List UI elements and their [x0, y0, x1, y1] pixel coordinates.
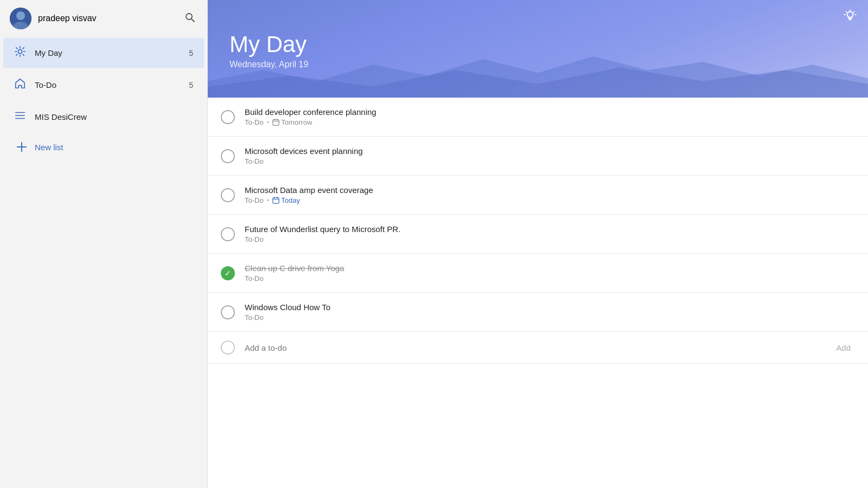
add-task-input[interactable] [245, 343, 832, 352]
sidebar-header: pradeep visvav [0, 0, 207, 37]
task-due-1: Tomorrow [272, 118, 312, 126]
sidebar-item-to-do-count: 5 [189, 81, 193, 89]
task-item[interactable]: Microsoft Data amp event coverage To-Do … [208, 176, 868, 215]
task-title-1: Build developer conference planning [245, 107, 855, 117]
task-item[interactable]: Build developer conference planning To-D… [208, 98, 868, 137]
task-checkbox-4[interactable] [221, 227, 235, 241]
sidebar: pradeep visvav My Day 5 [0, 0, 208, 488]
svg-point-19 [847, 11, 853, 17]
svg-line-10 [16, 48, 17, 49]
add-task-row: Add [208, 332, 868, 364]
task-meta-5: To-Do [245, 274, 855, 282]
task-content-1: Build developer conference planning To-D… [245, 107, 855, 126]
user-info: pradeep visvav [10, 8, 97, 29]
username-label: pradeep visvav [38, 14, 97, 23]
task-title-3: Microsoft Data amp event coverage [245, 185, 855, 195]
svg-line-13 [16, 54, 17, 55]
task-list-name-3: To-Do [245, 196, 264, 204]
search-button[interactable] [182, 10, 197, 28]
svg-point-5 [18, 49, 22, 53]
task-item[interactable]: ✓ Clean up C drive from Yoga To-Do [208, 254, 868, 293]
task-content-4: Future of Wunderlist query to Microsoft … [245, 224, 855, 243]
avatar[interactable] [10, 8, 31, 29]
calendar-icon [272, 197, 279, 204]
svg-line-21 [846, 11, 846, 12]
task-content-3: Microsoft Data amp event coverage To-Do … [245, 185, 855, 204]
suggestion-button[interactable] [843, 9, 857, 26]
svg-line-4 [192, 18, 195, 22]
task-content-6: Windows Cloud How To To-Do [245, 303, 855, 322]
sidebar-item-my-day-label: My Day [35, 48, 189, 57]
task-checkbox-1[interactable] [221, 110, 235, 124]
task-list-name-5: To-Do [245, 274, 264, 282]
task-meta-6: To-Do [245, 313, 855, 322]
sidebar-item-my-day[interactable]: My Day 5 [3, 38, 204, 68]
task-list: Build developer conference planning To-D… [208, 98, 868, 488]
lightbulb-icon [843, 12, 857, 25]
task-item[interactable]: Windows Cloud How To To-Do [208, 293, 868, 332]
page-subtitle: Wednesday, April 19 [229, 60, 846, 69]
task-item[interactable]: Microsoft devices event planning To-Do [208, 137, 868, 176]
task-meta-1: To-Do • Tomorrow [245, 118, 855, 126]
sidebar-item-mis-desicrew-label: MIS DesiCrew [35, 112, 193, 121]
task-title-4: Future of Wunderlist query to Microsoft … [245, 224, 855, 234]
task-due-3: Today [272, 196, 300, 204]
sidebar-item-my-day-count: 5 [189, 49, 193, 57]
add-task-checkbox [221, 341, 235, 355]
page-title: My Day [229, 31, 846, 57]
home-icon [14, 78, 29, 92]
add-task-button[interactable]: Add [832, 341, 855, 355]
sidebar-item-mis-desicrew[interactable]: MIS DesiCrew [3, 102, 204, 132]
task-title-2: Microsoft devices event planning [245, 146, 855, 156]
task-meta-4: To-Do [245, 235, 855, 243]
plus-icon [14, 142, 29, 152]
task-list-name-1: To-Do [245, 118, 264, 126]
task-content-2: Microsoft devices event planning To-Do [245, 146, 855, 165]
svg-rect-25 [273, 120, 279, 126]
list-icon [14, 110, 29, 124]
task-content-5: Clean up C drive from Yoga To-Do [245, 264, 855, 282]
task-checkbox-6[interactable] [221, 305, 235, 319]
task-list-name-6: To-Do [245, 313, 264, 322]
svg-line-23 [854, 11, 854, 12]
svg-point-1 [16, 11, 25, 20]
main-header: My Day Wednesday, April 19 [208, 0, 868, 98]
task-list-name-4: To-Do [245, 235, 264, 243]
sidebar-item-to-do[interactable]: To-Do 5 [3, 70, 204, 100]
task-checkbox-2[interactable] [221, 149, 235, 163]
task-checkbox-3[interactable] [221, 188, 235, 202]
main-content: My Day Wednesday, April 19 Build d [208, 0, 868, 488]
task-list-name-2: To-Do [245, 157, 264, 165]
new-list-button[interactable]: New list [3, 134, 204, 160]
sidebar-item-to-do-label: To-Do [35, 80, 189, 89]
task-item[interactable]: Future of Wunderlist query to Microsoft … [208, 215, 868, 254]
calendar-icon [272, 119, 279, 126]
svg-line-12 [23, 48, 24, 49]
search-icon [184, 12, 195, 23]
svg-line-11 [23, 54, 24, 55]
task-checkbox-5[interactable]: ✓ [221, 266, 235, 280]
task-title-6: Windows Cloud How To [245, 303, 855, 312]
task-title-5: Clean up C drive from Yoga [245, 264, 855, 273]
sun-icon [14, 46, 29, 60]
task-meta-2: To-Do [245, 157, 855, 165]
new-list-label: New list [35, 143, 63, 152]
task-meta-3: To-Do • Today [245, 196, 855, 204]
svg-rect-29 [273, 198, 279, 204]
